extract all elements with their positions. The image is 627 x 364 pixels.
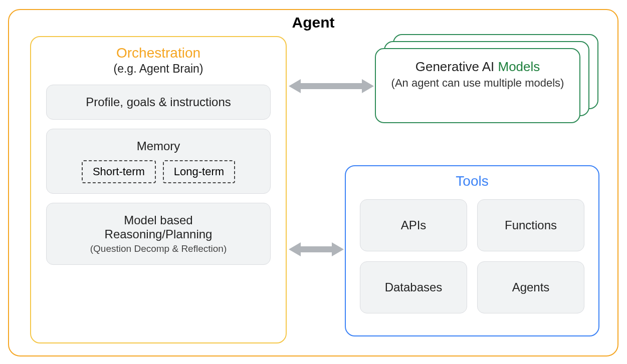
memory-title: Memory [56,139,261,153]
tool-item-functions: Functions [477,199,584,251]
memory-short-term: Short-term [82,160,156,183]
models-title-highlight: Models [498,59,540,74]
tools-title: Tools [346,173,598,189]
tool-item-databases: Databases [360,261,467,313]
models-stack: Generative AI Models (An agent can use m… [375,34,600,125]
reasoning-box: Model based Reasoning/Planning (Question… [46,203,271,265]
orchestration-title: Orchestration [31,45,286,61]
models-title-prefix: Generative AI [415,59,498,74]
models-card-front: Generative AI Models (An agent can use m… [375,48,580,123]
orchestration-box: Orchestration (e.g. Agent Brain) Profile… [30,36,287,343]
svg-marker-0 [289,79,374,93]
memory-types: Short-term Long-term [56,160,261,183]
models-title: Generative AI Models [388,59,567,75]
tool-item-agents: Agents [477,261,584,313]
svg-marker-1 [289,242,344,256]
models-subtitle: (An agent can use multiple models) [388,77,567,90]
orchestration-subtitle: (e.g. Agent Brain) [31,62,286,76]
reasoning-title-2: Reasoning/Planning [56,227,261,241]
arrow-orchestration-models-icon [289,76,374,96]
reasoning-title-1: Model based [56,213,261,227]
memory-box: Memory Short-term Long-term [46,129,271,194]
tools-box: Tools APIs Functions Databases Agents [345,165,599,336]
agent-title: Agent [9,14,617,31]
tools-grid: APIs Functions Databases Agents [346,194,598,318]
arrow-orchestration-tools-icon [289,239,344,259]
memory-long-term: Long-term [163,160,235,183]
profile-label: Profile, goals & instructions [56,95,261,109]
profile-box: Profile, goals & instructions [46,85,271,120]
agent-container: Agent Orchestration (e.g. Agent Brain) P… [8,9,618,356]
tool-item-apis: APIs [360,199,467,251]
reasoning-sub: (Question Decomp & Reflection) [56,243,261,254]
